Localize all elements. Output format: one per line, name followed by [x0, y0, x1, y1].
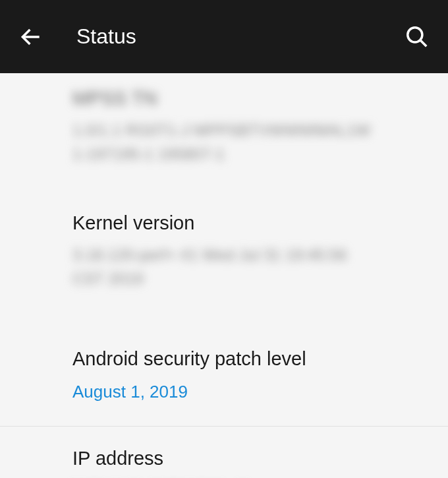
hidden-item-1-title: MPSS TN — [72, 88, 376, 109]
search-icon[interactable] — [405, 24, 430, 49]
security-patch-title: Android security patch level — [72, 348, 376, 370]
kernel-version-value: 3.18.120-perf+ #1 Wed Jul 31 19:45:56 CS… — [72, 243, 376, 291]
kernel-version-title: Kernel version — [72, 212, 376, 234]
ip-address-item[interactable]: IP address fe80::1a0e:8dff:fe3f:8ac8 192… — [0, 427, 448, 478]
settings-list: MPSS TN 1.0/1.1 RG0T1-J MPPSBTVWWWMAL1W … — [0, 73, 448, 478]
ip-address-title: IP address — [72, 448, 376, 469]
svg-point-1 — [408, 27, 422, 42]
back-icon[interactable] — [18, 24, 43, 49]
hidden-item-1-value: 1.0/1.1 RG0T1-J MPPSBTVWWWMAL1W 1-197195… — [72, 119, 376, 166]
kernel-version-item[interactable]: Kernel version 3.18.120-perf+ #1 Wed Jul… — [0, 193, 448, 327]
page-title: Status — [76, 24, 405, 49]
security-patch-value: August 1, 2019 — [72, 379, 376, 405]
app-header: Status — [0, 0, 448, 73]
hidden-item-1[interactable]: MPSS TN 1.0/1.1 RG0T1-J MPPSBTVWWWMAL1W … — [0, 73, 448, 193]
security-patch-item[interactable]: Android security patch level August 1, 2… — [0, 327, 448, 427]
svg-line-2 — [420, 40, 427, 46]
